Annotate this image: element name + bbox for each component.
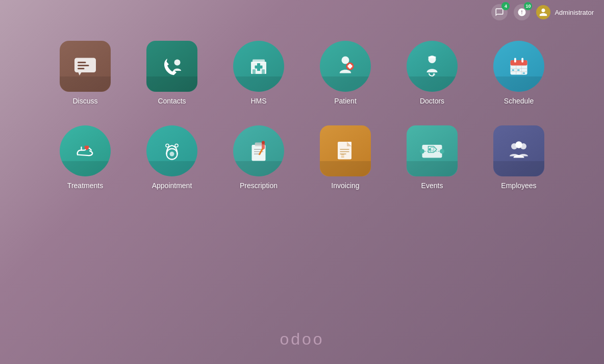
app-schedule[interactable]: Schedule <box>491 41 547 105</box>
discuss-icon <box>60 41 111 92</box>
hms-label: HMS <box>250 97 266 105</box>
app-row-2: Treatments Appointment <box>57 125 547 190</box>
treatments-label: Treatments <box>67 181 103 190</box>
appointment-label: Appointment <box>152 181 192 190</box>
svg-point-32 <box>166 144 169 147</box>
activity-badge: 10 <box>524 2 532 10</box>
events-icon: 🏷 <box>407 125 458 176</box>
svg-rect-35 <box>255 143 263 147</box>
svg-rect-15 <box>348 65 353 68</box>
app-events[interactable]: 🏷 Events <box>404 125 460 190</box>
prescription-label: Prescription <box>240 181 278 190</box>
svg-rect-20 <box>511 60 527 66</box>
svg-rect-21 <box>514 58 516 63</box>
odoo-logo: odoo <box>280 330 324 349</box>
invoicing-label: Invoicing <box>331 181 359 190</box>
svg-rect-7 <box>253 60 265 63</box>
doctors-icon <box>407 41 458 92</box>
svg-rect-43 <box>347 142 351 146</box>
svg-rect-2 <box>78 65 89 66</box>
invoicing-icon: ≡ <box>320 125 371 176</box>
activity-button[interactable]: 10 <box>514 4 530 20</box>
app-invoicing[interactable]: ≡ Invoicing <box>317 125 373 190</box>
svg-rect-27 <box>512 69 515 71</box>
svg-rect-29 <box>523 72 525 74</box>
app-appointment[interactable]: Appointment <box>144 125 200 190</box>
employees-label: Employees <box>501 181 536 190</box>
contacts-label: Contacts <box>158 97 186 105</box>
svg-rect-1 <box>78 62 86 63</box>
schedule-icon <box>493 41 544 92</box>
app-employees[interactable]: Employees <box>491 125 547 190</box>
svg-point-49 <box>420 149 424 153</box>
svg-point-33 <box>175 144 178 147</box>
svg-point-5 <box>174 60 181 66</box>
svg-rect-28 <box>517 69 520 71</box>
svg-rect-40 <box>262 141 265 144</box>
messages-button[interactable]: 4 <box>491 4 508 20</box>
top-bar: 4 10 Administrator <box>0 0 604 24</box>
app-discuss[interactable]: Discuss <box>57 41 113 105</box>
prescription-icon <box>233 125 284 176</box>
svg-rect-3 <box>78 68 85 69</box>
svg-rect-10 <box>253 69 256 74</box>
app-grid: Discuss Contacts <box>0 41 604 190</box>
svg-rect-9 <box>255 66 263 69</box>
patient-label: Patient <box>334 97 357 105</box>
app-contacts[interactable]: Contacts <box>144 41 200 105</box>
user-menu[interactable]: Administrator <box>536 5 594 19</box>
svg-point-56 <box>515 141 522 148</box>
discuss-label: Discuss <box>72 97 97 105</box>
user-name: Administrator <box>555 9 594 16</box>
svg-rect-17 <box>429 57 436 59</box>
appointment-icon <box>146 125 197 176</box>
app-patient[interactable]: Patient <box>317 41 373 105</box>
app-treatments[interactable]: Treatments <box>57 125 113 190</box>
app-hms[interactable]: HMS <box>231 41 287 105</box>
svg-point-18 <box>433 73 436 76</box>
treatments-icon <box>60 125 111 176</box>
hms-icon <box>233 41 284 92</box>
doctors-label: Doctors <box>420 97 444 105</box>
app-prescription[interactable]: Prescription <box>231 125 287 190</box>
messages-badge: 4 <box>501 2 510 10</box>
app-row-1: Discuss Contacts <box>57 41 547 105</box>
svg-marker-4 <box>79 72 82 75</box>
schedule-label: Schedule <box>504 97 534 105</box>
svg-rect-22 <box>521 58 523 63</box>
app-doctors[interactable]: Doctors <box>404 41 460 105</box>
contacts-icon <box>146 41 197 92</box>
employees-icon <box>493 125 544 176</box>
svg-point-50 <box>440 149 444 153</box>
svg-text:🏷: 🏷 <box>429 146 435 152</box>
events-label: Events <box>421 181 443 190</box>
patient-icon <box>320 41 371 92</box>
svg-text:≡: ≡ <box>341 152 344 160</box>
avatar <box>536 5 550 19</box>
svg-point-31 <box>170 152 174 157</box>
svg-rect-11 <box>262 69 265 74</box>
svg-point-12 <box>342 57 349 64</box>
